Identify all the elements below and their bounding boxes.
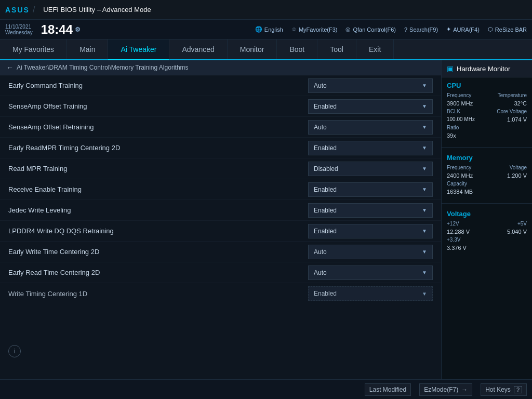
- setting-row-early-command-training: Early Command Training Auto ▼: [0, 75, 441, 96]
- ez-mode-label: EzMode(F7): [424, 386, 458, 393]
- hw-memory-capacity-value-row: 16384 MB: [447, 189, 527, 195]
- time-display: 18:44 ⚙: [41, 22, 81, 37]
- setting-row-senseamp-offset-retraining: SenseAmp Offset Retraining Auto ▼: [0, 117, 441, 138]
- hw-cpu-bclk-row: BCLK Core Voltage: [447, 109, 527, 114]
- chevron-down-icon: ▼: [422, 228, 427, 234]
- hw-voltage-33v-value-row: 3.376 V: [447, 245, 527, 251]
- hot-keys-label: Hot Keys: [485, 386, 511, 393]
- hw-cpu-frequency-value-row: 3900 MHz 32°C: [447, 100, 527, 107]
- myfav-control[interactable]: ☆ MyFavorite(F3): [291, 26, 338, 33]
- resize-label: ReSize BAR: [495, 26, 527, 33]
- setting-value-early-command-training: Auto ▼: [308, 78, 433, 93]
- dropdown-early-write-time[interactable]: Auto ▼: [308, 245, 433, 259]
- ez-mode-button[interactable]: EzMode(F7) →: [419, 383, 472, 396]
- search-control[interactable]: ? Search(F9): [404, 26, 438, 33]
- breadcrumb-back-icon[interactable]: ←: [6, 63, 14, 72]
- hw-5v-value: 5.040 V: [507, 229, 527, 235]
- settings-list: Early Command Training Auto ▼ SenseAmp O…: [0, 75, 441, 379]
- hw-voltage-12v-row: +12V +5V: [447, 221, 527, 227]
- hw-voltage-section: Voltage +12V +5V 12.288 V 5.040 V +3.3V …: [442, 206, 532, 257]
- dropdown-write-timing-1d[interactable]: Enabled ▼: [308, 286, 433, 301]
- settings-gear-icon[interactable]: ⚙: [75, 26, 81, 33]
- dropdown-early-command-training[interactable]: Auto ▼: [308, 78, 433, 93]
- hw-frequency-label: Frequency: [447, 92, 471, 98]
- info-icon[interactable]: i: [8, 345, 21, 357]
- myfav-label: MyFavorite(F3): [299, 26, 338, 33]
- aura-label: AURA(F4): [453, 26, 480, 33]
- setting-row-early-readmpr: Early ReadMPR Timing Centering 2D Enable…: [0, 138, 441, 158]
- setting-value-senseamp-offset-training: Enabled ▼: [308, 99, 433, 114]
- bottom-bar: Last Modified EzMode(F7) → Hot Keys ?: [0, 379, 532, 399]
- nav-exit[interactable]: Exit: [356, 39, 394, 59]
- chevron-down-icon: ▼: [422, 207, 427, 213]
- resize-icon: ⬡: [488, 26, 493, 33]
- hw-memory-section: Memory Frequency Voltage 2400 MHz 1.200 …: [442, 150, 532, 201]
- dropdown-receive-enable-training[interactable]: Enabled ▼: [308, 182, 433, 197]
- hw-core-voltage-label: Core Voltage: [497, 109, 527, 114]
- chevron-down-icon: ▼: [422, 187, 427, 192]
- setting-label-senseamp-offset-retraining: SenseAmp Offset Retraining: [8, 123, 308, 131]
- resize-control[interactable]: ⬡ ReSize BAR: [488, 26, 527, 33]
- nav-bar: My Favorites Main Ai Tweaker Advanced Mo…: [0, 39, 532, 60]
- nav-tool[interactable]: Tool: [317, 39, 356, 59]
- hw-33v-label: +3.3V: [447, 237, 460, 243]
- dropdown-value: Enabled: [314, 207, 337, 214]
- qfan-control[interactable]: ◎ Qfan Control(F6): [345, 26, 396, 33]
- nav-monitor[interactable]: Monitor: [228, 39, 277, 59]
- setting-label-senseamp-offset-training: SenseAmp Offset Training: [8, 102, 308, 110]
- dropdown-lpddr4-write[interactable]: Enabled ▼: [308, 224, 433, 238]
- setting-row-jedec-write-leveling: Jedec Write Leveling Enabled ▼: [0, 200, 441, 221]
- setting-row-senseamp-offset-training: SenseAmp Offset Training Enabled ▼: [0, 96, 441, 117]
- hw-12v-label: +12V: [447, 221, 459, 227]
- hw-ratio-value: 39x: [447, 132, 456, 139]
- hw-divider-1: [442, 147, 532, 148]
- nav-advanced[interactable]: Advanced: [169, 39, 227, 59]
- day-text: Wednesday: [5, 30, 33, 35]
- setting-label-lpddr4-write: LPDDR4 Write DQ DQS Retraining: [8, 227, 308, 235]
- last-modified-button[interactable]: Last Modified: [365, 383, 411, 396]
- setting-label-early-readmpr: Early ReadMPR Timing Centering 2D: [8, 144, 308, 152]
- dropdown-value: Auto: [314, 269, 327, 276]
- monitor-icon: ▣: [447, 64, 454, 73]
- nav-my-favorites[interactable]: My Favorites: [0, 39, 67, 59]
- language-control[interactable]: 🌐 English: [255, 26, 283, 33]
- setting-label-receive-enable-training: Receive Enable Training: [8, 185, 308, 193]
- setting-label-jedec-write-leveling: Jedec Write Leveling: [8, 206, 308, 214]
- dropdown-senseamp-offset-retraining[interactable]: Auto ▼: [308, 120, 433, 135]
- dropdown-read-mpr-training[interactable]: Disabled ▼: [308, 162, 433, 176]
- setting-value-lpddr4-write: Enabled ▼: [308, 224, 433, 238]
- breadcrumb-path: Ai Tweaker\DRAM Timing Control\Memory Tr…: [17, 64, 189, 71]
- hw-capacity-value: 16384 MB: [447, 189, 473, 195]
- language-label: English: [264, 26, 283, 33]
- hot-keys-button[interactable]: Hot Keys ?: [481, 383, 527, 396]
- hw-12v-value: 12.288 V: [447, 229, 470, 235]
- nav-boot[interactable]: Boot: [277, 39, 317, 59]
- hw-temperature-label: Temperature: [498, 92, 527, 98]
- hw-cpu-frequency-row: Frequency Temperature: [447, 92, 527, 98]
- hw-memory-freq-row: Frequency Voltage: [447, 165, 527, 170]
- setting-row-early-read-time: Early Read Time Centering 2D Auto ▼: [0, 262, 441, 283]
- dropdown-early-readmpr[interactable]: Enabled ▼: [308, 141, 433, 155]
- dropdown-senseamp-offset-training[interactable]: Enabled ▼: [308, 99, 433, 114]
- setting-value-receive-enable-training: Enabled ▼: [308, 182, 433, 197]
- setting-label-write-timing-1d: Write Timing Centering 1D: [8, 290, 308, 298]
- qfan-label: Qfan Control(F6): [353, 26, 396, 33]
- bios-title: UEFI BIOS Utility – Advanced Mode: [43, 6, 151, 14]
- chevron-down-icon: ▼: [422, 103, 427, 109]
- nav-main[interactable]: Main: [67, 39, 108, 59]
- chevron-down-icon: ▼: [422, 270, 427, 275]
- setting-row-receive-enable-training: Receive Enable Training Enabled ▼: [0, 179, 441, 200]
- hw-mem-voltage-value: 1.200 V: [507, 172, 527, 179]
- date-text: 11/10/2021: [5, 24, 33, 30]
- star-icon: ☆: [291, 26, 297, 33]
- ez-mode-arrow-icon: →: [461, 386, 468, 393]
- dropdown-early-read-time[interactable]: Auto ▼: [308, 265, 433, 280]
- dropdown-value: Enabled: [314, 103, 337, 110]
- dropdown-jedec-write-leveling[interactable]: Enabled ▼: [308, 203, 433, 218]
- hw-ratio-label: Ratio: [447, 125, 459, 130]
- nav-ai-tweaker[interactable]: Ai Tweaker: [108, 39, 169, 60]
- setting-label-early-command-training: Early Command Training: [8, 82, 308, 89]
- aura-control[interactable]: ✦ AURA(F4): [446, 26, 480, 33]
- main-content: ← Ai Tweaker\DRAM Timing Control\Memory …: [0, 60, 532, 379]
- time-value: 18:44: [41, 22, 73, 37]
